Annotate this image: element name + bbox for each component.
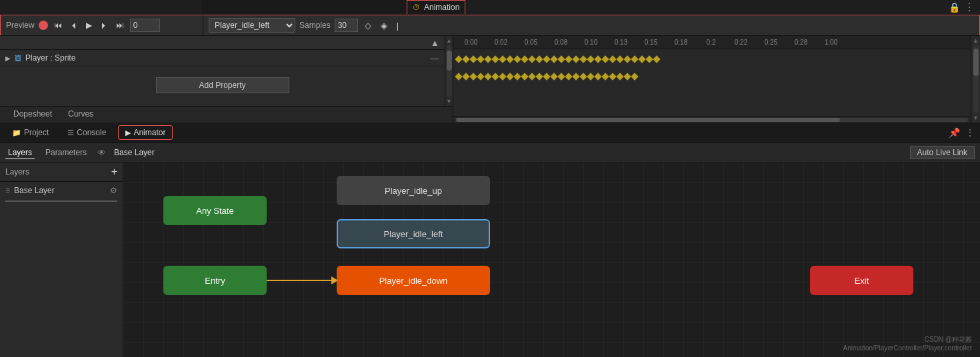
panel-menu-icon[interactable]: ⋮ [965, 127, 975, 138]
base-layer-item[interactable]: ≡ Base Layer ⚙ [0, 182, 123, 199]
parameters-tab[interactable]: Parameters [43, 147, 89, 159]
any-state-node[interactable]: Any State [163, 196, 267, 225]
exit-node[interactable]: Exit [810, 266, 913, 295]
animation-content: ▲ ▶ 🖼 Player : Sprite — Add Property [0, 36, 980, 123]
console-tab-label: Console [77, 128, 106, 137]
property-remove-btn[interactable]: — [430, 53, 439, 63]
add-keyframe-button[interactable]: ◈ [378, 20, 390, 31]
keyframe-diamond [616, 73, 623, 80]
lock-icon: 🔒 [949, 2, 960, 13]
panel-titlebar: 📁 Project ☰ Console ▶ Animator 📌 ⋮ [0, 123, 980, 143]
sidebar-header: Layers + [0, 163, 123, 182]
auto-live-link-button[interactable]: Auto Live Link [910, 146, 975, 159]
keyframe-diamond [623, 55, 631, 63]
samples-label: Samples [299, 21, 331, 30]
prev-frame-button[interactable]: ⏴ [68, 20, 80, 31]
keyframe-nav-button[interactable]: | [394, 20, 401, 31]
layer-divider [5, 200, 117, 202]
console-tab[interactable]: ☰ Console [61, 126, 113, 139]
tick-9: 0:22 [726, 39, 756, 46]
keyframe-diamond [550, 73, 557, 80]
keyframe-diamond [550, 55, 557, 63]
player-idle-down-label: Player_idle_down [379, 276, 448, 286]
play-button[interactable]: ▶ [84, 20, 94, 31]
timeline-right-scroll-down[interactable]: ▼ [973, 115, 979, 121]
samples-input[interactable] [335, 19, 358, 32]
watermark-line1: CSDN @种花酱 [843, 335, 972, 344]
any-state-label: Any State [196, 206, 233, 216]
animator-tab-label: Animator [133, 128, 165, 137]
entry-to-idle-down-arrow [267, 280, 337, 281]
watermark-line2: Animation/PlayerController/Player.contro… [843, 344, 972, 352]
add-property-button[interactable]: Add Property [156, 77, 289, 93]
player-idle-up-node[interactable]: Player_idle_up [337, 176, 490, 205]
keyframe-diamond [499, 55, 506, 63]
keyframe-diamond [565, 73, 572, 80]
gear-icon[interactable]: ⚙ [110, 186, 117, 195]
pin-icon[interactable]: 📌 [949, 127, 960, 138]
keyframe-diamond [572, 55, 579, 63]
timeline-area: 0:00 0:02 0:05 0:08 0:10 0:13 0:15 0:18 … [453, 36, 971, 123]
keyframe-diamond [462, 55, 469, 63]
keyframe-diamond [484, 73, 491, 80]
layers-header-text: Layers [5, 167, 29, 177]
keyframe-diamond [601, 73, 609, 80]
visibility-icon[interactable]: 👁 [97, 148, 106, 158]
next-frame-button[interactable]: ⏵ [98, 20, 110, 31]
project-tab[interactable]: 📁 Project [5, 126, 55, 139]
keyframe-diamond [462, 73, 469, 80]
scroll-up-arrow[interactable]: ▲ [446, 37, 452, 44]
keyframe-diamond [506, 55, 513, 63]
tick-0: 0:00 [456, 39, 486, 46]
keyframe-diamond [528, 73, 535, 80]
keyframe-diamond [601, 55, 609, 63]
keyframe-diamond [616, 55, 623, 63]
tick-3: 0:08 [546, 39, 576, 46]
diamond-button[interactable]: ◇ [362, 20, 374, 31]
animator-subbar: Layers Parameters 👁 Base Layer Auto Live… [0, 143, 980, 163]
go-to-start-button[interactable]: ⏮ [52, 20, 64, 31]
player-idle-up-label: Player_idle_up [385, 186, 442, 196]
tick-5: 0:13 [606, 39, 636, 46]
keyframe-diamond [645, 55, 653, 63]
keyframe-diamond [521, 55, 528, 63]
expand-icon[interactable]: ▶ [5, 55, 11, 62]
keyframe-diamond [484, 55, 491, 63]
breadcrumb: Base Layer [114, 148, 155, 157]
keyframe-diamond [521, 73, 528, 80]
animator-tab[interactable]: ▶ Animator [118, 125, 173, 140]
clip-select[interactable]: Player_idle_left [209, 18, 295, 33]
keyframe-diamond [609, 55, 616, 63]
keyframe-diamond [579, 73, 587, 80]
dopesheet-tab[interactable]: Dopesheet [5, 107, 60, 123]
animator-canvas[interactable]: Any State Entry Exit Player_idle_up Play… [123, 163, 980, 357]
watermark: CSDN @种花酱 Animation/PlayerController/Pla… [843, 335, 972, 352]
scroll-down-arrow[interactable]: ▼ [446, 98, 452, 105]
go-to-end-button[interactable]: ⏭ [114, 20, 126, 31]
tick-7: 0:18 [666, 39, 696, 46]
entry-label: Entry [205, 276, 225, 286]
tick-1: 0:02 [486, 39, 516, 46]
property-row: ▶ 🖼 Player : Sprite — [0, 50, 445, 67]
record-button[interactable] [39, 21, 48, 30]
layers-tab[interactable]: Layers [5, 147, 35, 159]
keyframe-diamond [528, 55, 535, 63]
keyframe-diamond [653, 55, 660, 63]
curves-tab[interactable]: Curves [60, 107, 101, 123]
player-idle-down-node[interactable]: Player_idle_down [337, 266, 490, 295]
player-idle-left-node[interactable]: Player_idle_left [337, 219, 490, 248]
add-layer-button[interactable]: + [111, 167, 117, 177]
frame-input[interactable] [130, 19, 160, 32]
keyframe-diamond [506, 73, 513, 80]
arrow-line [267, 280, 337, 281]
timeline-right-scroll-up[interactable]: ▲ [973, 37, 979, 44]
entry-node[interactable]: Entry [163, 266, 267, 295]
keyframe-diamond [631, 73, 638, 80]
keyframe-diamond [513, 73, 521, 80]
tick-2: 0:05 [516, 39, 546, 46]
animation-clock-icon: ⏱ [413, 3, 420, 11]
keyframe-diamond [491, 73, 499, 80]
scroll-up-btn[interactable]: ▲ [431, 37, 442, 48]
tick-10: 0:25 [756, 39, 786, 46]
animator-main: Layers + ≡ Base Layer ⚙ Any State Entry … [0, 163, 980, 357]
